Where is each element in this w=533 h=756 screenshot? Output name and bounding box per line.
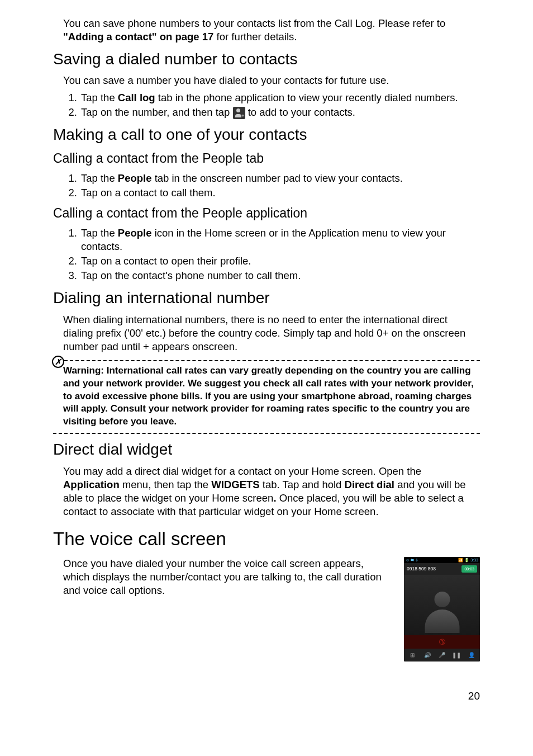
add-contact-icon: +: [233, 107, 245, 119]
list-item: Tap the Call log tab in the phone applic…: [80, 91, 480, 105]
heading-saving-dialed-number: Saving a dialed number to contacts: [53, 49, 480, 69]
call-options-bar: ⊞ 🔊 🎤 ❚❚ 👤: [404, 649, 480, 662]
cross-reference-link: "Adding a contact" on page 17: [63, 31, 213, 42]
people-tab-steps-list: Tap the People tab in the onscreen numbe…: [80, 172, 480, 200]
list-item: Tap the People tab in the onscreen numbe…: [80, 172, 480, 185]
body-text: Once you have dialed your number the voi…: [63, 557, 393, 597]
body-text: You can save a number you have dialed to…: [63, 74, 480, 87]
end-call-icon: ✆: [436, 636, 448, 648]
warning-text: Warning: International call rates can va…: [63, 365, 480, 429]
call-number-label: 0918 509 808: [407, 566, 436, 572]
warning-callout: ✗ Warning: International call rates can …: [53, 360, 480, 434]
heading-direct-dial: Direct dial widget: [53, 440, 480, 460]
warning-icon: ✗: [52, 356, 64, 368]
dialpad-icon: ⊞: [407, 651, 417, 659]
list-item: Tap on the number, and then tap + to add…: [80, 106, 480, 119]
phone-status-bar: ☺ ⇆ ⇩ 📶 🔋 3:33: [404, 557, 480, 563]
subheading-people-app: Calling a contact from the People applic…: [53, 205, 480, 222]
hold-icon: ❚❚: [451, 651, 461, 659]
list-item: Tap on the contact's phone number to cal…: [80, 269, 480, 282]
call-duration-badge: 00:03: [461, 565, 477, 573]
add-call-icon: 👤: [467, 651, 477, 659]
speaker-icon: 🔊: [422, 651, 432, 659]
saving-steps-list: Tap the Call log tab in the phone applic…: [80, 91, 480, 119]
mute-icon: 🎤: [437, 651, 447, 659]
heading-international: Dialing an international number: [53, 288, 480, 308]
heading-making-call: Making a call to one of your contacts: [53, 125, 480, 145]
body-text: When dialing international numbers, ther…: [63, 313, 480, 353]
list-item: Tap the People icon in the Home screen o…: [80, 226, 480, 253]
heading-voice-call-screen: The voice call screen: [53, 527, 480, 551]
body-text: You may add a direct dial widget for a c…: [63, 465, 480, 518]
intro-paragraph: You can save phone numbers to your conta…: [63, 17, 480, 44]
call-avatar-area: [404, 575, 480, 635]
subheading-people-tab: Calling a contact from the People tab: [53, 150, 480, 167]
phone-call-header: 0918 509 808 00:03: [404, 563, 480, 575]
voice-call-screenshot: ☺ ⇆ ⇩ 📶 🔋 3:33 0918 509 808 00:03 ✆ ⊞ 🔊 …: [404, 557, 480, 662]
end-call-bar: ✆: [404, 635, 480, 649]
page-number: 20: [53, 689, 480, 703]
people-app-steps-list: Tap the People icon in the Home screen o…: [80, 226, 480, 282]
list-item: Tap on a contact to call them.: [80, 186, 480, 200]
list-item: Tap on a contact to open their profile.: [80, 254, 480, 268]
